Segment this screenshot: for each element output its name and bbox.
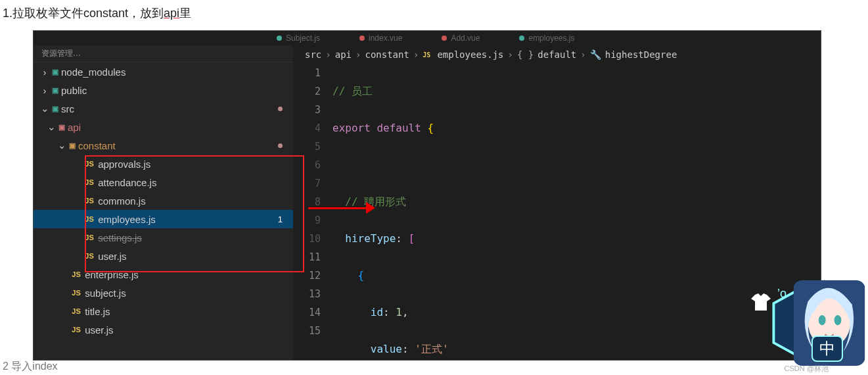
tab-subject[interactable]: Subject.js	[277, 34, 320, 43]
file-explorer: 资源管理… › ▣ node_modules › ▣ public ⌄ ▣ sr…	[34, 45, 293, 361]
js-icon: JS	[83, 234, 95, 241]
symbol-icon: { }	[517, 49, 534, 60]
tree-label: subject.js	[85, 288, 126, 299]
floating-avatar-widget[interactable]: ’o 中	[721, 259, 865, 371]
tree-label: node_modules	[61, 66, 126, 78]
tree-label: api	[68, 122, 81, 133]
quote-icon: ’o	[777, 287, 787, 301]
tree-file-user[interactable]: JS user.js	[34, 247, 293, 265]
tree-label: enterprise.js	[85, 269, 139, 280]
svg-point-4	[834, 315, 842, 325]
js-icon: JS	[83, 160, 95, 168]
tree-constant[interactable]: ⌄ ▣ constant	[34, 136, 293, 155]
breadcrumbs[interactable]: src› api› constant› JS employees.js› { }…	[293, 45, 821, 64]
tree-label: employees.js	[98, 214, 156, 225]
js-icon: JS	[70, 307, 82, 315]
js-icon: JS	[423, 51, 430, 59]
tab-employees[interactable]: employees.js	[519, 34, 574, 43]
js-icon: JS	[70, 270, 82, 278]
svg-point-3	[819, 315, 826, 325]
chevron-right-icon: ›	[40, 66, 49, 78]
csdn-watermark: CSDN @林池	[785, 364, 829, 374]
tree-file-settings[interactable]: JS settings.js	[34, 228, 293, 247]
tree-label: attendance.js	[98, 177, 156, 188]
tab-index[interactable]: index.vue	[359, 34, 402, 43]
tree-file-enterprise[interactable]: JS enterprise.js	[34, 265, 293, 284]
folder-icon: ▣	[49, 68, 61, 76]
js-icon: JS	[83, 178, 95, 186]
tree-file-title[interactable]: JS title.js	[34, 302, 293, 320]
folder-icon: ▣	[49, 86, 61, 95]
explorer-title: 资源管理…	[34, 45, 293, 63]
tree-file-approvals[interactable]: JS approvals.js	[34, 155, 293, 173]
language-badge-cn[interactable]: 中	[811, 336, 843, 362]
tree-label: user.js	[85, 324, 113, 336]
next-step-text: 2 导入index	[3, 360, 58, 374]
folder-icon: ▣	[56, 123, 68, 132]
crumb-default[interactable]: default	[537, 49, 576, 60]
tree-label: settings.js	[98, 232, 142, 243]
tree-public[interactable]: › ▣ public	[34, 81, 293, 99]
tree-file-subject[interactable]: JS subject.js	[34, 284, 293, 302]
article-heading: 1.拉取枚举文件constant，放到api里	[0, 0, 868, 30]
code-lines[interactable]: // 员工 export default { // 聘用形式 hireType:…	[332, 64, 459, 361]
chevron-down-icon: ⌄	[47, 121, 56, 133]
wrench-icon: 🔧	[590, 49, 601, 60]
editor-tabbar: Subject.js index.vue Add.vue employees.j…	[34, 31, 821, 45]
heading-prefix: 1.拉取枚举文件constant，放到	[3, 7, 164, 20]
tree-node-modules[interactable]: › ▣ node_modules	[34, 63, 293, 81]
heading-underlined: api	[164, 7, 179, 20]
tree-file-attendance[interactable]: JS attendance.js	[34, 173, 293, 191]
modified-dot-icon	[278, 143, 283, 148]
tree-label: constant	[78, 140, 116, 151]
crumb-api[interactable]: api	[335, 49, 352, 60]
crumb-src[interactable]: src	[305, 49, 321, 60]
file-badge: 1	[278, 214, 283, 224]
tshirt-icon	[751, 293, 771, 312]
folder-icon: ▣	[66, 141, 78, 150]
js-icon: JS	[70, 289, 82, 297]
tree-api[interactable]: ⌄ ▣ api	[34, 118, 293, 136]
tree-label: user.js	[98, 251, 126, 262]
js-icon: JS	[70, 326, 82, 334]
js-icon: JS	[83, 215, 95, 223]
tree-label: title.js	[85, 306, 110, 317]
modified-dot-icon	[278, 107, 283, 111]
tree-label: common.js	[98, 195, 146, 207]
folder-icon: ▣	[49, 105, 61, 113]
line-gutter: 123 456 789 101112 131415	[293, 64, 332, 361]
tree-file-common[interactable]: JS common.js	[34, 191, 293, 210]
tree-label: approvals.js	[98, 159, 150, 170]
chevron-right-icon: ›	[40, 85, 49, 96]
heading-suffix: 里	[179, 7, 191, 20]
tree-file-employees-selected[interactable]: JS employees.js1	[34, 210, 293, 228]
tree-file-user2[interactable]: JS user.js	[34, 320, 293, 339]
chevron-down-icon: ⌄	[57, 139, 66, 151]
crumb-file[interactable]: employees.js	[437, 49, 503, 60]
crumb-symbol[interactable]: highestDegree	[605, 49, 677, 60]
crumb-constant[interactable]: constant	[365, 49, 409, 60]
tree-label: public	[61, 85, 87, 96]
tree-label: src	[61, 103, 74, 114]
chevron-down-icon: ⌄	[40, 103, 49, 114]
js-icon: JS	[83, 252, 95, 260]
tree-src[interactable]: ⌄ ▣ src	[34, 99, 293, 118]
js-icon: JS	[83, 197, 95, 205]
vscode-window: Subject.js index.vue Add.vue employees.j…	[33, 30, 821, 361]
tab-add[interactable]: Add.vue	[442, 34, 480, 43]
